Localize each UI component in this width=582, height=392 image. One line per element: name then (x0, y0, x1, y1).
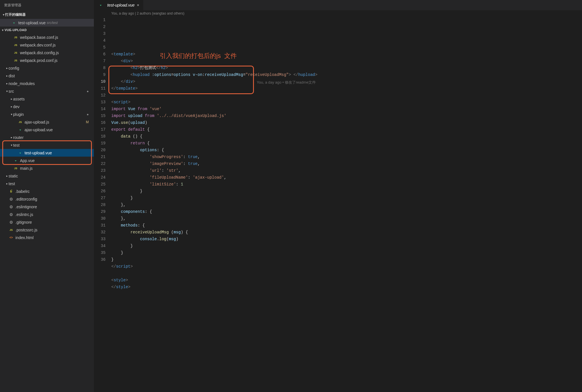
code-line[interactable]: 'url': 'str', (111, 167, 582, 174)
line-gutter: 1234567891011121314151617181920212223242… (94, 17, 111, 392)
folder-item[interactable]: ▸dist (0, 72, 94, 80)
folder-item[interactable]: ▸static (0, 172, 94, 180)
code-content[interactable]: 引入我们的打包后的js 文件 You, a day ago • 修改了readm… (111, 17, 582, 392)
folder-item[interactable]: ▸config (0, 64, 94, 72)
code-line[interactable]: 'fileUploadName': 'ajax-upload', (111, 174, 582, 181)
file-item[interactable]: JS.postcssrc.js (0, 226, 94, 234)
code-line[interactable]: }, (111, 201, 582, 208)
file-item[interactable]: 6.babelrc (0, 187, 94, 195)
tree-label: config (9, 66, 92, 70)
folder-item[interactable]: ▾test (0, 141, 94, 149)
chevron-right-icon: ▸ (10, 105, 13, 108)
explorer-title: 资源管理器 (0, 0, 94, 11)
chevron-right-icon: ▸ (10, 136, 13, 139)
file-item[interactable]: ⚙.eslintignore (0, 203, 94, 211)
open-editors-list: ▼test-upload.vuesrc/test (0, 19, 94, 27)
code-line[interactable]: Vue.use(upload) (111, 119, 582, 126)
code-line[interactable]: } (111, 256, 582, 263)
file-item[interactable]: ⚙.eslintrc.js (0, 211, 94, 218)
gear-icon: ⚙ (9, 212, 14, 217)
file-item[interactable]: JSwebpack.dev.conf.js (0, 41, 94, 49)
code-line[interactable]: console.log(msg) (111, 236, 582, 243)
code-line[interactable]: } (111, 243, 582, 249)
vue-icon: ▼ (18, 151, 23, 155)
file-item[interactable]: JSwebpack.base.conf.js (0, 33, 94, 41)
code-line[interactable]: } (111, 188, 582, 195)
vue-icon: ▼ (98, 3, 103, 7)
js-icon: JS (9, 227, 14, 233)
code-line[interactable]: 'limitSize': 1 (111, 181, 582, 188)
gear-icon: ⚙ (9, 197, 14, 202)
tree-label: webpack.base.conf.js (20, 35, 92, 40)
code-line[interactable]: import upload from '../../dist/vueAjaxUp… (111, 112, 582, 119)
code-line[interactable]: <style> (111, 277, 582, 284)
editor-tab[interactable]: ▼test-upload.vue× (94, 0, 143, 10)
tree-label: ajax-upload.js (25, 120, 86, 124)
file-item[interactable]: ⚙.gitignore (0, 218, 94, 226)
file-item[interactable]: JSajax-upload.jsM (0, 118, 94, 126)
code-line[interactable] (111, 290, 582, 297)
file-tree: JSwebpack.base.conf.jsJSwebpack.dev.conf… (0, 33, 94, 392)
project-header[interactable]: ▾ VUE-UPLOAD (0, 27, 94, 33)
code-line[interactable]: }, (111, 215, 582, 222)
code-line[interactable]: </script> (111, 263, 582, 270)
tree-label: test (9, 181, 92, 186)
chevron-down-icon: ▾ (10, 144, 13, 147)
status-badge: ● (87, 89, 89, 93)
chevron-down-icon: ▾ (5, 90, 9, 93)
folder-item[interactable]: ▸test (0, 180, 94, 187)
tree-label: static (9, 174, 92, 178)
file-item[interactable]: ▼ajax-upload.vue (0, 126, 94, 134)
close-icon[interactable]: × (137, 3, 139, 7)
code-line[interactable]: options: { (111, 147, 582, 153)
code-line[interactable] (111, 92, 582, 99)
tree-label: test (13, 143, 92, 147)
code-line[interactable]: </style> (111, 284, 582, 290)
folder-item[interactable]: ▸dev (0, 103, 94, 110)
code-line[interactable]: export default { (111, 126, 582, 133)
tree-label: .eslintrc.js (15, 212, 92, 217)
code-line[interactable] (111, 270, 582, 277)
file-item[interactable]: ▼App.vue (0, 157, 94, 164)
code-line[interactable]: } (111, 249, 582, 256)
status-badge: ● (87, 112, 89, 116)
code-line[interactable]: 'imagePreview': true, (111, 160, 582, 167)
file-item[interactable]: JSwebpack.dist.config.js (0, 49, 94, 56)
js-icon: JS (13, 166, 18, 171)
tree-label: App.vue (20, 158, 92, 163)
code-line[interactable]: <hupload :options=options v-on:receiveUp… (111, 71, 582, 78)
file-item[interactable]: ⚙.editorconfig (0, 195, 94, 203)
folder-item[interactable]: ▾plugin● (0, 110, 94, 118)
file-item[interactable]: ▼test-upload.vue (0, 149, 94, 157)
chevron-right-icon: ▸ (5, 74, 9, 77)
folder-item[interactable]: ▸router (0, 134, 94, 141)
code-line[interactable]: import Vue from 'vue' (111, 106, 582, 112)
code-line[interactable]: <div> (111, 58, 582, 64)
code-line[interactable]: } (111, 195, 582, 201)
code-line[interactable]: methods: { (111, 222, 582, 229)
status-badge: M (86, 120, 89, 124)
code-line[interactable]: components: { (111, 208, 582, 215)
code-line[interactable]: data () { (111, 133, 582, 140)
folder-item[interactable]: ▾src● (0, 87, 94, 95)
file-item[interactable]: JSwebpack.prod.conf.js (0, 56, 94, 64)
folder-item[interactable]: ▸node_modules (0, 80, 94, 87)
code-line[interactable]: </template> (111, 85, 582, 92)
open-editor-item[interactable]: ▼test-upload.vuesrc/test (0, 19, 94, 27)
git-code-lens[interactable]: You, a day ago | 2 authors (wangtao and … (94, 10, 582, 17)
open-editors-header[interactable]: ▾ 打开的编辑器 (0, 11, 94, 19)
vue-icon: ▼ (18, 128, 23, 132)
folder-item[interactable]: ▸assets (0, 95, 94, 103)
code-line[interactable]: 'showProgress': true, (111, 153, 582, 160)
code-line[interactable]: <template> (111, 51, 582, 58)
file-item[interactable]: JSmain.js (0, 164, 94, 172)
file-item[interactable]: <>index.html (0, 234, 94, 241)
code-editor[interactable]: 1234567891011121314151617181920212223242… (94, 17, 582, 392)
code-line[interactable]: <h2>打包测试</h2> (111, 64, 582, 71)
chevron-down-icon: ▾ (2, 13, 5, 16)
code-line[interactable]: <script> (111, 99, 582, 106)
code-line[interactable]: return { (111, 140, 582, 147)
code-line[interactable]: receiveUploadMsg (msg) { (111, 229, 582, 236)
code-line[interactable]: </div> (111, 78, 582, 85)
tab-label: test-upload.vue (107, 3, 135, 7)
